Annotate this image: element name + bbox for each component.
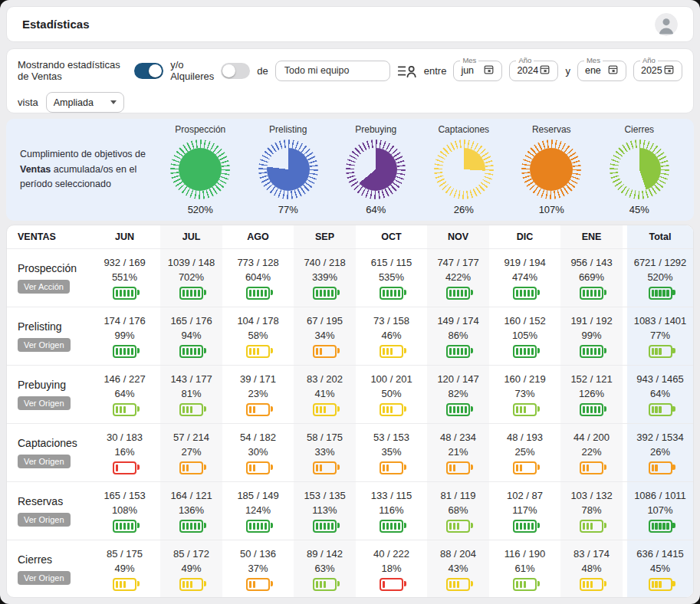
battery-bar xyxy=(386,290,389,297)
battery-icon xyxy=(649,578,672,591)
battery-bar xyxy=(123,581,126,588)
ventas-toggle[interactable] xyxy=(134,63,163,79)
battery-bar xyxy=(190,406,192,413)
achieved-vs-goal: 773 / 128 xyxy=(237,257,278,268)
battery-bar xyxy=(331,523,334,530)
percent-value: 535% xyxy=(379,271,404,283)
battery-bar xyxy=(662,523,665,530)
battery-bar xyxy=(261,406,263,413)
battery-bar xyxy=(594,523,596,530)
achieved-vs-goal: 165 / 153 xyxy=(104,490,145,501)
battery-icon xyxy=(179,287,203,300)
percent-value: 94% xyxy=(181,330,201,341)
start-year-field[interactable]: Año 2024 xyxy=(509,61,558,81)
battery-icon xyxy=(246,345,270,358)
achieved-vs-goal: 740 / 218 xyxy=(304,257,345,268)
table-row: ReservasVer Origen165 / 153108%164 / 121… xyxy=(7,481,693,540)
team-input[interactable] xyxy=(283,61,383,80)
battery-bar xyxy=(527,290,530,297)
battery-bar xyxy=(652,406,654,413)
ver-button[interactable]: Ver Origen xyxy=(18,338,71,352)
ver-button[interactable]: Ver Origen xyxy=(18,455,71,468)
battery-icon xyxy=(380,461,403,474)
percent-value: 49% xyxy=(181,563,201,574)
battery-bar xyxy=(453,290,455,297)
battery-bar xyxy=(253,406,255,413)
user-avatar[interactable] xyxy=(655,13,678,36)
table-header-oct: OCT xyxy=(358,225,425,248)
battery-bar xyxy=(453,523,455,530)
stat-cell: 174 / 17699% xyxy=(91,307,158,365)
battery-icon xyxy=(179,520,203,533)
percent-value: 46% xyxy=(381,330,401,341)
percent-value: 604% xyxy=(245,271,271,283)
battery-bar xyxy=(524,348,526,355)
achieved-vs-goal: 83 / 174 xyxy=(573,548,610,560)
battery-bar xyxy=(527,406,530,413)
battery-icon xyxy=(246,287,270,300)
ver-button[interactable]: Ver Origen xyxy=(18,396,71,410)
battery-bar xyxy=(249,464,251,471)
ver-button[interactable]: Ver Acción xyxy=(18,280,70,294)
battery-bar xyxy=(190,523,192,530)
battery-bar xyxy=(666,290,669,297)
battery-bar xyxy=(253,523,255,530)
end-month-field[interactable]: Mes ene xyxy=(577,61,626,81)
battery-bar xyxy=(324,464,326,471)
percent-value: 77% xyxy=(650,330,670,341)
battery-bar xyxy=(131,523,133,530)
end-year-field[interactable]: Año 2025 xyxy=(633,61,682,81)
percent-value: 33% xyxy=(314,446,334,458)
stat-cell: 73 / 15846% xyxy=(358,307,425,365)
stat-cell: 153 / 135113% xyxy=(291,482,358,540)
percent-value: 37% xyxy=(248,563,268,574)
achieved-vs-goal: 191 / 192 xyxy=(570,315,612,327)
stat-cell: 747 / 177422% xyxy=(425,249,491,307)
percent-value: 41% xyxy=(314,388,334,399)
start-month-field[interactable]: Mes jun xyxy=(453,61,502,81)
battery-bar xyxy=(265,290,267,297)
gauge-chart xyxy=(521,139,582,200)
battery-icon xyxy=(513,461,537,474)
battery-bar xyxy=(182,581,185,588)
battery-bar xyxy=(461,348,463,355)
person-search-icon[interactable] xyxy=(397,64,417,78)
gauge-percent: 77% xyxy=(278,204,298,215)
battery-icon xyxy=(113,403,136,416)
battery-bar xyxy=(182,406,185,413)
battery-icon xyxy=(513,287,537,300)
filter-bar: Mostrando estadísticas de Ventas y/o Alq… xyxy=(6,48,694,113)
stat-cell: 50 / 13637% xyxy=(225,540,291,598)
ver-button[interactable]: Ver Origen xyxy=(18,571,71,585)
gauge-chart xyxy=(258,139,319,200)
battery-bar xyxy=(652,581,654,588)
battery-bar xyxy=(520,581,522,588)
percent-value: 126% xyxy=(579,388,604,399)
battery-bar xyxy=(587,348,589,355)
top-bar: Estadísticas xyxy=(6,6,694,42)
battery-bar xyxy=(516,523,518,530)
battery-bar xyxy=(261,523,263,530)
percent-value: 49% xyxy=(114,563,134,574)
table-row: PrelistingVer Origen174 / 17699%165 / 17… xyxy=(7,307,693,365)
ver-button[interactable]: Ver Origen xyxy=(18,513,71,527)
battery-bar xyxy=(257,348,259,355)
battery-bar xyxy=(386,406,389,413)
percent-value: 22% xyxy=(581,446,601,458)
stat-cell: 149 / 17486% xyxy=(425,307,491,365)
battery-bar xyxy=(531,348,534,355)
battery-bar xyxy=(316,406,318,413)
battery-bar xyxy=(527,581,530,588)
alquileres-toggle[interactable] xyxy=(221,63,250,79)
user-icon xyxy=(655,25,678,36)
row-name-cell: CaptacionesVer Origen xyxy=(7,424,91,481)
battery-bar xyxy=(457,406,459,413)
battery-bar xyxy=(131,290,133,297)
battery-bar xyxy=(186,581,189,588)
battery-bar xyxy=(465,581,467,588)
battery-icon xyxy=(580,345,603,358)
battery-icon xyxy=(446,461,470,474)
vista-select[interactable]: Ampliada xyxy=(46,92,124,113)
gauge-pie xyxy=(267,148,310,191)
battery-bar xyxy=(590,464,593,471)
